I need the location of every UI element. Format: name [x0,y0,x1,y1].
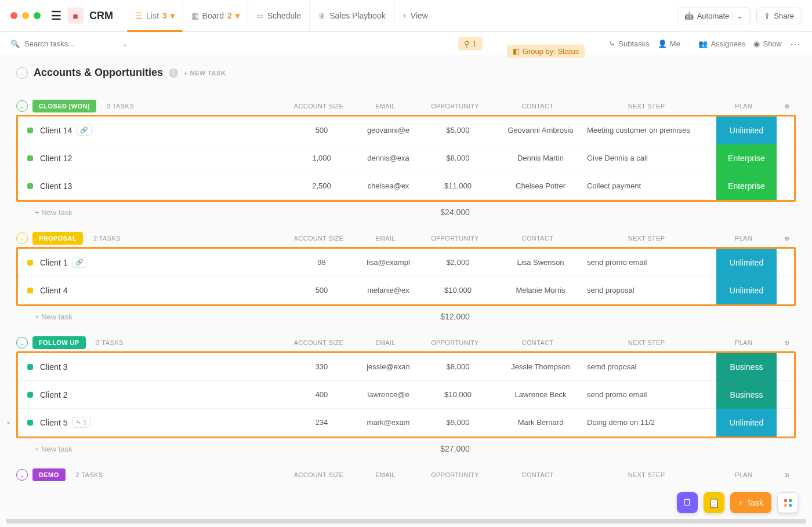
add-column-icon[interactable]: ⊕ [778,471,796,479]
collapse-group-icon[interactable]: ⌄ [16,100,28,112]
new-task-row[interactable]: + New task [16,439,72,453]
subtasks-toggle[interactable]: ⤷ Subtasks [609,39,649,48]
assignees-filter[interactable]: 👥 Assignees [698,39,745,48]
search-input[interactable] [24,39,117,48]
cell-contact[interactable]: Dennis Martin [494,144,587,172]
cell-email[interactable]: dennis@exa [355,144,422,172]
cell-next-step[interactable]: send proposal [587,277,712,304]
cell-opportunity[interactable]: $10,000 [422,381,494,408]
close-window[interactable] [10,12,17,19]
col-next-step[interactable]: NEXT STEP [584,339,709,347]
status-square-icon[interactable] [27,364,33,370]
collapse-group-icon[interactable]: ⌄ [16,469,28,481]
cell-contact[interactable]: Melanie Morris [494,277,587,304]
task-row[interactable]: Client 4 500 melanie@ex $10,000 Melanie … [18,277,794,304]
expand-arrow-icon[interactable]: ▸ [8,419,10,426]
task-row[interactable]: Client 3 330 jessie@exan $8,000 Jessie T… [18,353,794,381]
status-badge[interactable]: DEMO [32,468,66,481]
view-list[interactable]: ☰ List 3 ▾ [127,0,183,31]
cell-contact[interactable]: Mark Bernard [494,409,587,436]
status-square-icon[interactable] [27,128,33,133]
me-filter[interactable]: 👤 Me [658,39,680,48]
col-next-step[interactable]: NEXT STEP [584,103,709,110]
col-contact[interactable]: CONTACT [491,339,584,347]
cell-email[interactable]: lisa@exampl [355,249,422,276]
menu-icon[interactable]: ☰ [51,9,61,23]
cell-opportunity[interactable]: $5,000 [422,117,494,144]
plan-badge[interactable]: Unlimited [716,277,777,304]
cell-next-step[interactable]: Give Dennis a call [587,144,712,172]
cell-email[interactable]: geovanni@e [355,117,422,144]
folder-icon[interactable]: ■ [67,8,84,24]
cell-contact[interactable]: Lawrence Beck [494,381,587,408]
col-contact[interactable]: CONTACT [491,235,584,242]
col-contact[interactable]: CONTACT [491,103,584,110]
col-email[interactable]: EMAIL [352,103,419,110]
scrollbar[interactable] [6,519,806,524]
cell-email[interactable]: jessie@exan [355,353,422,380]
col-opportunity[interactable]: OPPORTUNITY [419,235,491,242]
cell-next-step[interactable]: Collect payment [587,172,712,199]
col-account-size[interactable]: ACCOUNT SIZE [285,103,352,110]
col-email[interactable]: EMAIL [352,235,419,242]
col-account-size[interactable]: ACCOUNT SIZE [285,235,352,242]
cell-opportunity[interactable]: $11,000 [422,172,494,199]
col-contact[interactable]: CONTACT [491,471,584,479]
cell-contact[interactable]: Geovanni Ambrosio [494,117,587,144]
status-square-icon[interactable] [27,420,33,426]
status-square-icon[interactable] [27,183,33,189]
cell-next-step[interactable]: send promo email [587,249,712,276]
cell-account-size[interactable]: 500 [288,117,355,144]
new-task-button[interactable]: + NEW TASK [184,70,226,77]
task-row[interactable]: Client 14 🔗 500 geovanni@e $5,000 Geovan… [18,117,794,144]
chevron-down-icon[interactable]: ⌄ [733,12,743,20]
plan-badge[interactable]: Enterprise [716,172,777,200]
info-icon[interactable]: i [169,68,178,78]
task-row[interactable]: Client 13 2,500 chelsea@ex $11,000 Chels… [18,172,794,200]
cell-account-size[interactable]: 1,000 [288,144,355,172]
col-opportunity[interactable]: OPPORTUNITY [419,471,491,479]
col-email[interactable]: EMAIL [352,471,419,479]
filter-chip[interactable]: ⚲ 1 [458,37,483,50]
subtask-count[interactable]: ⤷ 1 [72,417,90,428]
task-row[interactable]: Client 2 400 lawrence@e $10,000 Lawrence… [18,381,794,409]
plan-badge[interactable]: Unlimited [716,249,777,277]
cell-email[interactable]: mark@exam [355,409,422,436]
cell-opportunity[interactable]: $9,000 [422,409,494,436]
status-square-icon[interactable] [27,155,33,161]
show-menu[interactable]: ◉ Show [753,39,782,48]
cell-next-step[interactable]: Meeting customer on premises [587,117,712,144]
cell-opportunity[interactable]: $10,000 [422,277,494,304]
maximize-window[interactable] [34,12,41,19]
clipboard-fab[interactable]: 📋 [704,492,724,513]
col-next-step[interactable]: NEXT STEP [584,235,709,242]
cell-next-step[interactable]: send promo email [587,381,712,408]
cell-opportunity[interactable]: $8,000 [422,144,494,172]
link-icon[interactable]: 🔗 [77,125,92,136]
cell-email[interactable]: melanie@ex [355,277,422,304]
col-next-step[interactable]: NEXT STEP [584,471,709,479]
add-column-icon[interactable]: ⊕ [778,235,796,242]
col-plan[interactable]: PLAN [709,471,778,479]
plan-badge[interactable]: Unlimited [716,117,777,144]
view-schedule[interactable]: ▭ Schedule [248,0,309,31]
plan-badge[interactable]: Business [716,353,777,381]
share-button[interactable]: ⇪ Share [756,8,802,24]
notepad-fab[interactable]: 🗒 [677,492,698,513]
new-task-row[interactable]: + New task [16,307,72,321]
cell-contact[interactable]: Lisa Swenson [494,249,587,276]
cell-email[interactable]: chelsea@ex [355,172,422,199]
automate-button[interactable]: 🤖 Automate ⌄ [677,8,751,24]
col-plan[interactable]: PLAN [709,339,778,347]
col-email[interactable]: EMAIL [352,339,419,347]
cell-opportunity[interactable]: $2,000 [422,249,494,276]
minimize-window[interactable] [22,12,29,19]
add-column-icon[interactable]: ⊕ [778,339,796,347]
status-badge[interactable]: PROPOSAL [32,232,83,245]
cell-opportunity[interactable]: $8,000 [422,353,494,380]
plan-badge[interactable]: Unlimited [716,409,777,437]
collapse-all-icon[interactable]: ⌄ [16,67,28,79]
chevron-down-icon[interactable]: ⌄ [122,39,128,48]
view-sales-playbook[interactable]: 🗎 Sales Playbook [309,0,394,31]
add-column-icon[interactable]: ⊕ [778,103,796,110]
